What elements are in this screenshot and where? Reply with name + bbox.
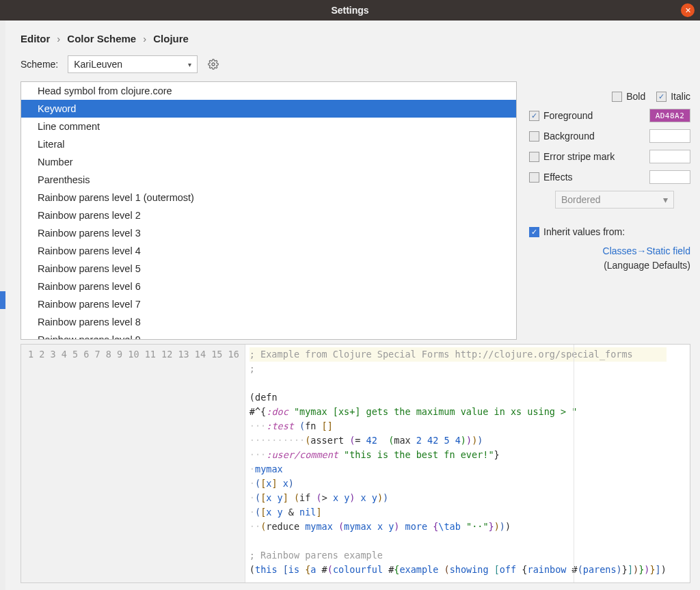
- list-item[interactable]: Rainbow parens level 1 (outermost): [21, 189, 516, 206]
- scheme-label: Scheme:: [21, 59, 58, 70]
- list-item[interactable]: Line comment: [21, 118, 516, 135]
- list-item[interactable]: Keyword: [21, 100, 516, 118]
- svg-point-0: [212, 63, 215, 66]
- foreground-label: Foreground: [543, 110, 649, 121]
- italic-label: Italic: [671, 91, 690, 102]
- breadcrumb-sep: ›: [143, 33, 146, 44]
- code-text: ;: [250, 363, 255, 374]
- list-item[interactable]: Rainbow parens level 8: [21, 313, 516, 331]
- error-stripe-label: Error stripe mark: [543, 151, 649, 162]
- window-title: Settings: [0, 5, 700, 16]
- left-accent: [0, 291, 5, 309]
- left-gutter: [0, 21, 5, 590]
- list-item[interactable]: Rainbow parens level 5: [21, 260, 516, 278]
- effects-type-value: Bordered: [561, 194, 601, 205]
- italic-checkbox[interactable]: [656, 92, 667, 102]
- property-panel: Bold Italic Foreground AD48A2 Background…: [529, 81, 690, 340]
- list-item[interactable]: Rainbow parens level 3: [21, 224, 516, 242]
- inherit-block: Inherit values from: Classes→Static fiel…: [529, 226, 690, 273]
- breadcrumb: Editor › Color Scheme › Clojure: [21, 33, 690, 44]
- list-item[interactable]: Rainbow parens level 2: [21, 206, 516, 224]
- close-icon[interactable]: ✕: [681, 3, 695, 17]
- effects-label: Effects: [543, 172, 649, 183]
- gear-icon[interactable]: [207, 58, 219, 70]
- right-margin: [574, 345, 574, 582]
- list-item[interactable]: Parenthesis: [21, 171, 516, 189]
- effects-swatch[interactable]: [649, 170, 690, 184]
- font-style-row: Bold Italic: [529, 91, 690, 102]
- foreground-swatch[interactable]: AD48A2: [649, 109, 690, 122]
- code-area[interactable]: ; Example from Clojure Special Forms htt…: [245, 345, 667, 582]
- main-panel: Editor › Color Scheme › Clojure Scheme: …: [5, 21, 700, 590]
- effects-type-row: Bordered ▾: [529, 191, 690, 209]
- list-item[interactable]: Rainbow parens level 6: [21, 278, 516, 295]
- bold-checkbox[interactable]: [612, 92, 622, 102]
- background-row: Background: [529, 129, 690, 143]
- titlebar: Settings ✕: [0, 0, 700, 21]
- scheme-value: KariLeuven: [74, 59, 122, 70]
- list-item[interactable]: Literal: [21, 135, 516, 153]
- upper-split: Head symbol from clojure.core Keyword Li…: [21, 81, 690, 340]
- scheme-row: Scheme: KariLeuven ▾: [21, 55, 690, 73]
- attribute-list[interactable]: Head symbol from clojure.core Keyword Li…: [21, 81, 517, 340]
- background-swatch[interactable]: [649, 129, 690, 143]
- effects-type-select[interactable]: Bordered ▾: [555, 191, 674, 209]
- background-label: Background: [543, 131, 649, 142]
- chevron-down-icon: ▾: [188, 61, 191, 68]
- inherit-checkbox[interactable]: [529, 227, 539, 237]
- chevron-down-icon: ▾: [663, 194, 668, 205]
- list-item[interactable]: Rainbow parens level 4: [21, 242, 516, 260]
- list-item[interactable]: Rainbow parens level 9: [21, 331, 516, 340]
- code-text: ; Example from Clojure Special Forms htt…: [250, 349, 633, 360]
- content: Editor › Color Scheme › Clojure Scheme: …: [0, 21, 700, 590]
- list-item[interactable]: Head symbol from clojure.core: [21, 82, 516, 100]
- code-preview: 1 2 3 4 5 6 7 8 9 10 11 12 13 14 15 16 ;…: [21, 344, 690, 583]
- list-item[interactable]: Rainbow parens level 7: [21, 295, 516, 313]
- list-item[interactable]: Number: [21, 153, 516, 171]
- foreground-checkbox[interactable]: [529, 111, 539, 121]
- breadcrumb-editor[interactable]: Editor: [21, 33, 50, 44]
- error-stripe-row: Error stripe mark: [529, 150, 690, 163]
- background-checkbox[interactable]: [529, 131, 539, 142]
- scheme-select[interactable]: KariLeuven ▾: [68, 55, 198, 73]
- inherit-label: Inherit values from:: [543, 226, 625, 237]
- breadcrumb-colorscheme[interactable]: Color Scheme: [67, 33, 136, 44]
- error-stripe-swatch[interactable]: [649, 150, 690, 163]
- line-gutter: 1 2 3 4 5 6 7 8 9 10 11 12 13 14 15 16: [21, 345, 245, 582]
- breadcrumb-clojure: Clojure: [153, 33, 189, 44]
- inherit-link[interactable]: Classes→Static field: [603, 245, 690, 256]
- bold-label: Bold: [626, 91, 645, 102]
- inherit-sub: (Language Defaults): [604, 260, 690, 271]
- breadcrumb-sep: ›: [57, 33, 60, 44]
- effects-checkbox[interactable]: [529, 172, 539, 183]
- foreground-row: Foreground AD48A2: [529, 109, 690, 122]
- error-stripe-checkbox[interactable]: [529, 152, 539, 162]
- effects-row: Effects: [529, 170, 690, 184]
